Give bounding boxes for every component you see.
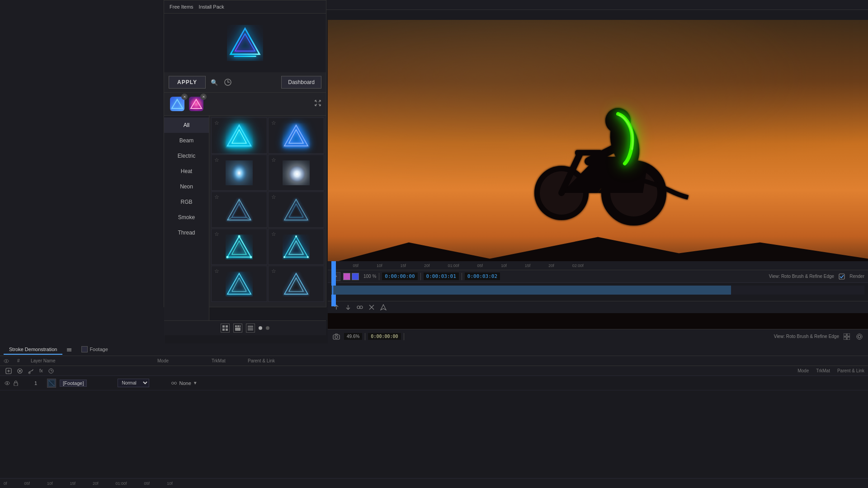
preset-triangle-5 xyxy=(226,235,253,259)
lt-brush-icon[interactable] xyxy=(26,366,36,376)
preset-cell-9[interactable]: ☆ xyxy=(211,266,267,302)
preset-blob-1 xyxy=(226,160,253,185)
layer-label-1[interactable]: [Footage] xyxy=(60,380,87,387)
vc-grid-btn[interactable] xyxy=(842,332,852,342)
svg-rect-75 xyxy=(847,333,850,336)
free-items-link[interactable]: Free Items xyxy=(170,4,193,9)
tc-render-checkbox[interactable] xyxy=(837,272,847,282)
preset-cell-5[interactable]: ☆ xyxy=(211,192,267,228)
preset-icon-2[interactable]: ✕ xyxy=(188,95,205,113)
svg-rect-87 xyxy=(67,348,71,349)
tc-color-btns xyxy=(343,273,359,280)
svg-marker-0 xyxy=(231,28,259,54)
tc-color-btn-1[interactable] xyxy=(343,273,350,280)
clock-icon xyxy=(48,368,54,374)
settings-cog-icon xyxy=(856,333,863,340)
svg-marker-23 xyxy=(289,130,303,143)
category-heat[interactable]: Heat xyxy=(164,164,209,179)
vc-settings-btn[interactable] xyxy=(854,332,864,342)
tick-115f: 15f xyxy=(525,263,531,268)
category-electric[interactable]: Electric xyxy=(164,148,209,164)
star-icon-3[interactable]: ☆ xyxy=(214,157,219,163)
layer-parent-label: None xyxy=(179,380,191,386)
svg-rect-51 xyxy=(235,325,237,327)
layer-column-headers: # Layer Name Mode TrkMat Parent & Link xyxy=(0,356,868,366)
preset-triangle-2 xyxy=(283,123,310,148)
star-icon-5[interactable]: ☆ xyxy=(214,194,219,200)
preset-icon-1[interactable]: ✕ xyxy=(169,95,186,113)
lt-solo-icon[interactable] xyxy=(15,366,25,376)
preset-cell-7[interactable]: ☆ xyxy=(211,229,267,265)
svg-rect-49 xyxy=(222,328,225,331)
svg-point-107 xyxy=(172,382,174,384)
star-icon-10[interactable]: ☆ xyxy=(271,268,276,274)
checkbox-icon xyxy=(839,273,845,280)
svg-point-73 xyxy=(335,336,338,338)
apply-button[interactable]: APPLY xyxy=(169,76,206,89)
preset-cell-1[interactable]: ☆ xyxy=(211,117,267,154)
search-icon-btn[interactable]: 🔍 xyxy=(209,77,219,87)
preset-cell-3[interactable]: ☆ xyxy=(211,155,267,191)
preset-cell-6[interactable]: ☆ xyxy=(268,192,324,228)
vc-camera-btn[interactable] xyxy=(331,332,341,342)
layer-eye-btn[interactable] xyxy=(4,380,11,387)
lt-add-icon[interactable] xyxy=(4,366,14,376)
category-all[interactable]: All xyxy=(164,117,209,133)
track-area xyxy=(328,283,868,301)
tab-footage[interactable]: Footage xyxy=(76,344,113,355)
svg-point-40 xyxy=(295,235,297,237)
link-chain-icon xyxy=(171,380,177,386)
svg-point-79 xyxy=(857,334,862,339)
svg-rect-89 xyxy=(67,351,71,352)
tab-stroke-menu-icon[interactable] xyxy=(64,345,74,355)
star-icon-9[interactable]: ☆ xyxy=(214,268,219,274)
svg-marker-86 xyxy=(381,305,386,310)
tl-icon-2[interactable] xyxy=(343,302,353,312)
plugin-header-links: Free Items Install Pack xyxy=(170,4,224,9)
tc-timecode: 0:00:00:00 xyxy=(382,272,417,280)
star-icon-8[interactable]: ☆ xyxy=(271,231,276,237)
layer-lock-btn[interactable] xyxy=(12,380,19,387)
page-dot-2[interactable] xyxy=(266,326,269,330)
grid-large-view-btn[interactable] xyxy=(233,324,242,333)
lt-clock-icon[interactable] xyxy=(46,366,56,376)
pagination-row xyxy=(164,320,326,335)
svg-point-81 xyxy=(357,306,360,309)
preset-cell-2[interactable]: ☆ xyxy=(268,117,324,154)
preset-cell-10[interactable]: ☆ xyxy=(268,266,324,302)
star-icon-1[interactable]: ☆ xyxy=(214,120,219,126)
svg-rect-66 xyxy=(589,166,625,188)
star-icon-4[interactable]: ☆ xyxy=(271,157,276,163)
list-view-btn[interactable] xyxy=(246,324,255,333)
install-pack-link[interactable]: Install Pack xyxy=(199,4,224,9)
bt-r10f: 10f xyxy=(167,481,173,486)
tc-color-btn-2[interactable] xyxy=(352,273,359,280)
expand-icon[interactable] xyxy=(314,99,321,108)
preset-cell-4[interactable]: ☆ xyxy=(268,155,324,191)
layer-parent-select[interactable]: None ▼ xyxy=(171,380,197,386)
tl-icon-4[interactable] xyxy=(367,302,377,312)
grid-large-icon xyxy=(235,325,241,331)
category-neon[interactable]: Neon xyxy=(164,179,209,194)
preset-icon-1-close[interactable]: ✕ xyxy=(181,94,188,100)
page-dot-1[interactable] xyxy=(259,326,262,330)
layer-parent-chevron[interactable]: ▼ xyxy=(193,380,198,385)
preset-icon-2-close[interactable]: ✕ xyxy=(200,94,207,100)
dashboard-button[interactable]: Dashboard xyxy=(281,76,321,89)
star-icon-6[interactable]: ☆ xyxy=(271,194,276,200)
layer-mode-select[interactable]: Normal xyxy=(118,379,149,387)
timeline-ruler: 0f 05f 10f 15f 20f 01:00f 05f 10f 15f 20… xyxy=(328,261,868,270)
category-rgb[interactable]: RGB xyxy=(164,194,209,210)
category-thread[interactable]: Thread xyxy=(164,225,209,240)
settings-icon-btn[interactable] xyxy=(223,77,233,87)
tl-icon-3[interactable] xyxy=(355,302,365,312)
star-icon-2[interactable]: ☆ xyxy=(271,120,276,126)
footage-thumbnail-icon xyxy=(48,380,55,387)
category-smoke[interactable]: Smoke xyxy=(164,210,209,225)
grid-small-view-btn[interactable] xyxy=(221,324,230,333)
tab-stroke-demonstration[interactable]: Stroke Demonstration xyxy=(4,345,62,355)
star-icon-7[interactable]: ☆ xyxy=(214,231,219,237)
preset-cell-8[interactable]: ☆ xyxy=(268,229,324,265)
category-beam[interactable]: Beam xyxy=(164,133,209,148)
tl-icon-5[interactable] xyxy=(378,302,388,312)
